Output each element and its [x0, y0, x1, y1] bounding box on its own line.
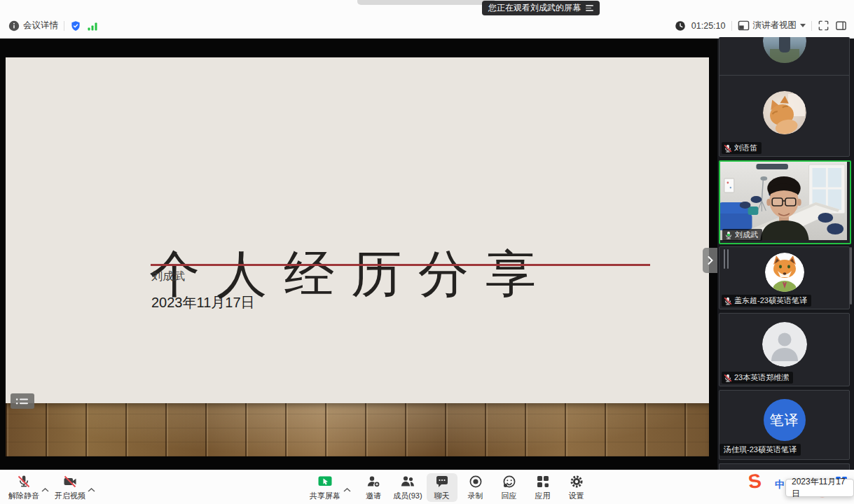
mic-muted-icon [16, 474, 32, 489]
window-drag-handle[interactable] [357, 0, 495, 5]
avatar: 笔译 [764, 399, 806, 441]
side-panel-toggle-icon[interactable] [835, 20, 847, 31]
security-shield-icon[interactable] [70, 20, 81, 31]
chevron-up-icon [41, 488, 49, 492]
sogou-ime-icon[interactable]: S [747, 470, 762, 493]
gear-icon [569, 474, 584, 489]
meeting-duration: 01:25:10 [691, 21, 726, 31]
participant-tile[interactable]: 刘语笛 [719, 75, 850, 157]
participants-scrollbar[interactable] [850, 247, 852, 304]
splitter-grip[interactable] [724, 249, 729, 269]
participant-name: 刘成武 [735, 230, 758, 240]
apps-grid-icon [535, 474, 551, 489]
mic-options-chevron[interactable] [41, 484, 49, 494]
view-mode-selector[interactable]: 演讲者视图 [738, 20, 806, 31]
watching-banner: 您正在观看刘成武的屏幕 [482, 1, 600, 15]
mic-active-icon [724, 231, 733, 239]
avatar [765, 253, 804, 292]
chevron-up-icon [88, 488, 95, 492]
reactions-label: 回应 [502, 491, 517, 501]
video-options-chevron[interactable] [88, 484, 95, 494]
record-label: 录制 [468, 491, 483, 501]
slide-presenter: 刘成武 [151, 270, 185, 284]
start-video-button[interactable]: 开启视频 [53, 473, 87, 502]
layout-view-icon [738, 20, 750, 31]
participant-tile[interactable]: 盖东超-23硕英语笔译 [719, 246, 850, 309]
clock-icon [675, 20, 686, 31]
members-button[interactable]: 成员(93) [392, 473, 424, 502]
members-icon [400, 474, 415, 489]
participant-name: 刘语笛 [734, 143, 757, 153]
meeting-app-window: 您正在观看刘成武的屏幕 会议详情 [0, 0, 854, 504]
ime-mode-indicator[interactable]: 中 [775, 479, 785, 491]
view-mode-label: 演讲者视图 [753, 20, 797, 31]
slide-date: 2023年11月17日 [151, 293, 255, 312]
participant-tile[interactable]: 笔译 汤佳琪-23硕英语笔译 [719, 390, 850, 460]
avatar-text: 笔译 [770, 411, 799, 430]
participant-tile[interactable]: 23本英语郑维潆 [719, 313, 850, 386]
record-button[interactable]: 录制 [460, 473, 491, 502]
reactions-button[interactable]: 回应 [494, 473, 525, 502]
top-bar: 会议详情 01:25:10 [0, 0, 854, 38]
slide-list-icon [15, 398, 29, 405]
smiley-reaction-icon [502, 474, 517, 489]
slide-wood-floor-graphic [6, 403, 709, 456]
invite-label: 邀请 [366, 491, 381, 501]
mic-muted-icon [724, 297, 732, 305]
settings-label: 设置 [569, 491, 584, 501]
share-screen-button[interactable]: 共享屏幕 [308, 473, 342, 502]
settings-button[interactable]: 设置 [561, 473, 592, 502]
invite-button[interactable]: 邀请 [358, 473, 389, 502]
slide-title-rule [151, 264, 650, 266]
camera-muted-icon [62, 474, 78, 489]
chevron-down-icon [800, 24, 806, 27]
share-screen-label: 共享屏幕 [310, 491, 340, 501]
shared-slide: 个人经历分享 刘成武 2023年11月17日 [6, 57, 709, 456]
divider [811, 21, 812, 31]
start-video-label: 开启视频 [55, 491, 85, 501]
divider [64, 21, 64, 31]
avatar [763, 91, 806, 134]
watching-banner-text: 您正在观看刘成武的屏幕 [488, 2, 581, 14]
date-tooltip: 2023年11月17日 [785, 479, 854, 497]
participant-name: 23本英语郑维潆 [734, 372, 789, 383]
chat-label: 聊天 [434, 491, 450, 501]
apps-button[interactable]: 应用 [528, 473, 558, 502]
unmute-button[interactable]: 解除静音 [7, 473, 41, 502]
unmute-label: 解除静音 [8, 491, 39, 501]
apps-label: 应用 [535, 491, 551, 501]
banner-menu-icon[interactable] [586, 5, 593, 11]
participant-tile-speaking[interactable]: 刘成武 [719, 160, 851, 244]
mic-muted-icon [724, 374, 732, 382]
chevron-up-icon [343, 488, 351, 492]
invite-person-icon [366, 474, 381, 489]
avatar [762, 322, 807, 367]
fullscreen-icon[interactable] [818, 20, 829, 31]
divider [731, 21, 732, 31]
share-options-chevron[interactable] [343, 484, 351, 494]
info-icon [8, 20, 20, 31]
members-label: 成员(93) [393, 491, 422, 501]
bottom-toolbar: 解除静音 开启视频 [0, 470, 854, 504]
date-tooltip-text: 2023年11月17日 [792, 476, 848, 500]
chat-button[interactable]: 聊天 [427, 473, 457, 502]
chat-icon [434, 474, 450, 489]
participant-name: 盖东超-23硕英语笔译 [734, 295, 807, 306]
slideshow-controls-button[interactable] [11, 393, 34, 409]
screen-share-area: 个人经历分享 刘成武 2023年11月17日 [0, 38, 717, 470]
share-screen-icon [317, 474, 333, 489]
chevron-right-icon [708, 256, 713, 265]
participants-sidebar: 丁宇宁 [717, 38, 854, 470]
collapse-sidebar-button[interactable] [703, 248, 717, 273]
meeting-details-label: 会议详情 [23, 20, 58, 31]
avatar [763, 37, 806, 63]
record-icon [468, 474, 483, 489]
mic-muted-icon [724, 144, 732, 153]
participant-name: 汤佳琪-23硕英语笔译 [724, 444, 797, 455]
network-signal-icon[interactable] [87, 20, 98, 31]
meeting-details-button[interactable]: 会议详情 [8, 20, 58, 31]
